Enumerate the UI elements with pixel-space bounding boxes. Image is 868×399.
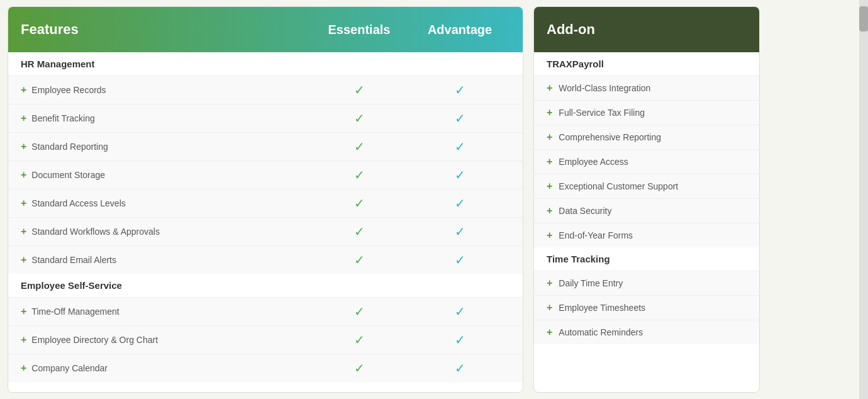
row-automatic-reminders: + Automatic Reminders <box>534 320 759 344</box>
employee-records-label: Employee Records <box>31 85 106 95</box>
check-essentials-employee-records: ✓ <box>354 82 365 98</box>
check-essentials-standard-access-levels: ✓ <box>354 196 365 211</box>
addon-label: Add-on <box>547 21 595 38</box>
check-advantage-benefit-tracking: ✓ <box>455 111 465 126</box>
plus-icon-standard-email-alerts: + <box>21 254 26 266</box>
row-comprehensive-reporting: + Comprehensive Reporting <box>534 125 759 149</box>
right-header: Add-on <box>534 7 759 52</box>
plus-icon-standard-access-levels: + <box>21 198 26 209</box>
essentials-label: Essentials <box>309 23 409 37</box>
plus-icon-standard-reporting: + <box>21 141 26 152</box>
standard-workflows-label: Standard Workflows & Approvals <box>31 227 160 237</box>
scrollbar-thumb[interactable] <box>859 6 868 31</box>
row-world-class-integration: + World-Class Integration <box>534 76 759 100</box>
time-off-management-label: Time-Off Management <box>31 306 119 317</box>
end-of-year-forms-label: End-of-Year Forms <box>559 230 633 240</box>
plus-icon-full-service-tax-filing: + <box>547 107 552 118</box>
row-standard-workflows: + Standard Workflows & Approvals ✓ ✓ <box>8 217 523 245</box>
plus-icon-employee-access: + <box>547 156 552 167</box>
plus-icon-automatic-reminders: + <box>547 327 552 338</box>
check-essentials-employee-directory: ✓ <box>354 332 365 347</box>
row-exceptional-customer-support: + Exceptional Customer Support <box>534 174 759 198</box>
row-standard-email-alerts: + Standard Email Alerts ✓ ✓ <box>8 245 523 274</box>
row-standard-reporting: + Standard Reporting ✓ ✓ <box>8 132 523 160</box>
row-benefit-tracking: + Benefit Tracking ✓ ✓ <box>8 104 523 132</box>
plus-icon-time-off-management: + <box>21 306 26 317</box>
row-daily-time-entry: + Daily Time Entry <box>534 271 759 295</box>
row-document-storage: + Document Storage ✓ ✓ <box>8 160 523 189</box>
plus-icon-company-calendar: + <box>21 362 26 374</box>
exceptional-customer-support-label: Exceptional Customer Support <box>559 181 678 191</box>
row-employee-directory: + Employee Directory & Org Chart ✓ ✓ <box>8 325 523 354</box>
features-label: Features <box>21 21 309 38</box>
plus-icon-employee-timesheets: + <box>547 302 552 313</box>
benefit-tracking-label: Benefit Tracking <box>31 113 94 123</box>
employee-directory-label: Employee Directory & Org Chart <box>31 335 158 345</box>
check-essentials-benefit-tracking: ✓ <box>354 111 365 126</box>
standard-access-levels-label: Standard Access Levels <box>31 198 125 208</box>
check-advantage-standard-workflows: ✓ <box>455 224 465 239</box>
row-employee-access: + Employee Access <box>534 149 759 174</box>
plus-icon-benefit-tracking: + <box>21 113 26 124</box>
plus-icon-employee-records: + <box>21 84 26 96</box>
check-advantage-standard-reporting: ✓ <box>455 139 465 154</box>
row-full-service-tax-filing: + Full-Service Tax Filing <box>534 100 759 125</box>
row-time-off-management: + Time-Off Management ✓ ✓ <box>8 297 523 325</box>
check-advantage-time-off-management: ✓ <box>455 304 465 319</box>
check-essentials-standard-workflows: ✓ <box>354 224 365 239</box>
check-advantage-standard-email-alerts: ✓ <box>455 252 465 267</box>
comprehensive-reporting-label: Comprehensive Reporting <box>559 132 661 142</box>
employee-timesheets-label: Employee Timesheets <box>559 303 645 313</box>
plus-icon-exceptional-customer-support: + <box>547 181 552 192</box>
row-data-security: + Data Security <box>534 198 759 223</box>
left-header: Features Essentials Advantage <box>8 7 523 52</box>
check-advantage-document-storage: ✓ <box>455 167 465 183</box>
document-storage-label: Document Storage <box>31 170 105 180</box>
plus-icon-daily-time-entry: + <box>547 278 552 289</box>
row-employee-records: + Employee Records ✓ ✓ <box>8 76 523 104</box>
plus-icon-employee-directory: + <box>21 334 26 346</box>
advantage-label: Advantage <box>409 23 510 37</box>
world-class-integration-label: World-Class Integration <box>559 83 650 93</box>
plus-icon-comprehensive-reporting: + <box>547 132 552 143</box>
right-panel: Add-on TRAXPayroll + World-Class Integra… <box>533 6 760 393</box>
plus-icon-end-of-year-forms: + <box>547 230 552 241</box>
daily-time-entry-label: Daily Time Entry <box>559 278 623 288</box>
row-standard-access-levels: + Standard Access Levels ✓ ✓ <box>8 189 523 217</box>
check-essentials-time-off-management: ✓ <box>354 304 365 319</box>
section-hr-management: HR Management <box>8 52 523 76</box>
employee-access-label: Employee Access <box>559 157 628 167</box>
full-service-tax-filing-label: Full-Service Tax Filing <box>559 108 645 118</box>
check-advantage-employee-records: ✓ <box>455 82 465 98</box>
row-employee-timesheets: + Employee Timesheets <box>534 295 759 320</box>
standard-email-alerts-label: Standard Email Alerts <box>31 255 116 265</box>
left-panel: Features Essentials Advantage HR Managem… <box>8 6 523 393</box>
check-advantage-standard-access-levels: ✓ <box>455 196 465 211</box>
check-advantage-company-calendar: ✓ <box>455 361 465 376</box>
automatic-reminders-label: Automatic Reminders <box>559 327 643 337</box>
company-calendar-label: Company Calendar <box>31 363 108 373</box>
plus-icon-data-security: + <box>547 205 552 216</box>
check-essentials-standard-reporting: ✓ <box>354 139 365 154</box>
standard-reporting-label: Standard Reporting <box>31 142 108 152</box>
section-time-tracking: Time Tracking <box>534 247 759 271</box>
check-essentials-standard-email-alerts: ✓ <box>354 252 365 267</box>
data-security-label: Data Security <box>559 206 611 216</box>
check-advantage-employee-directory: ✓ <box>455 332 465 347</box>
section-traxpayroll: TRAXPayroll <box>534 52 759 76</box>
check-essentials-company-calendar: ✓ <box>354 361 365 376</box>
section-employee-self-service: Employee Self-Service <box>8 274 523 297</box>
row-end-of-year-forms: + End-of-Year Forms <box>534 223 759 247</box>
scrollbar[interactable] <box>859 0 868 399</box>
check-essentials-document-storage: ✓ <box>354 167 365 183</box>
plus-icon-standard-workflows: + <box>21 226 26 237</box>
plus-icon-world-class-integration: + <box>547 82 552 94</box>
row-company-calendar: + Company Calendar ✓ ✓ <box>8 354 523 382</box>
plus-icon-document-storage: + <box>21 169 26 181</box>
